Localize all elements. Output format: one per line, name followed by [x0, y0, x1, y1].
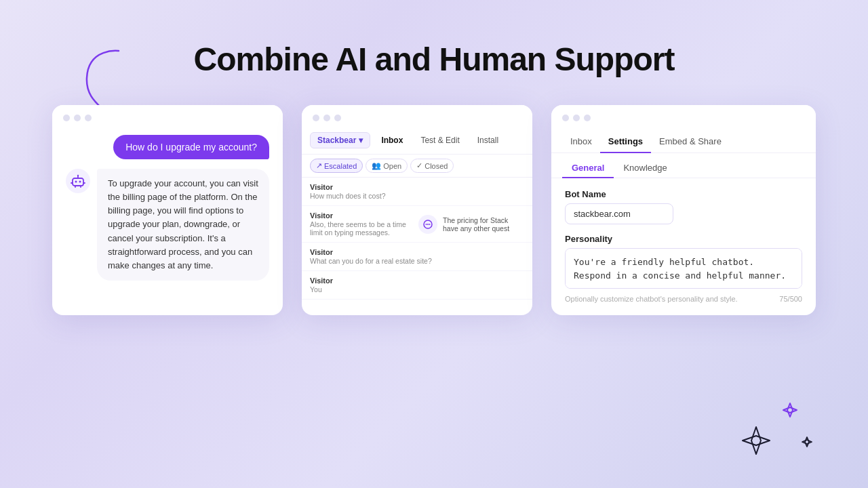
page-title-container: Combine AI and Human Support — [0, 0, 868, 78]
sparkles-decoration — [719, 393, 827, 474]
settings-nav-embed[interactable]: Embed & Share — [651, 131, 730, 153]
closed-icon: ✓ — [416, 161, 422, 170]
personality-field-container: You're a friendly helpful chatbot. Respo… — [565, 248, 802, 291]
inbox-dot-1 — [313, 115, 319, 121]
settings-dot-1 — [562, 115, 569, 121]
page-title: Combine AI and Human Support — [0, 41, 868, 78]
personality-hint-text: Optionally customize chatbot's personali… — [565, 295, 738, 303]
inbox-item-label: Visitor — [310, 248, 524, 256]
inbox-dot-3 — [334, 115, 341, 121]
settings-titlebar — [551, 105, 816, 128]
inbox-item-text: You — [310, 285, 524, 293]
titlebar-dot-2 — [74, 115, 81, 121]
inbox-filter-row: ↗ Escalated 👥 Open ✓ Closed — [302, 155, 532, 178]
escalated-icon: ↗ — [316, 161, 322, 170]
chat-card: How do I upgrade my account? — [52, 105, 283, 315]
filter-escalated[interactable]: ↗ Escalated — [310, 159, 363, 173]
svg-point-12 — [429, 224, 431, 225]
inbox-tab-inbox[interactable]: Inbox — [374, 133, 410, 148]
inbox-card: Stackbear ▾ Inbox Test & Edit Install ↗ … — [302, 105, 532, 315]
personality-hint-row: Optionally customize chatbot's personali… — [565, 295, 802, 303]
titlebar-dot-1 — [63, 115, 70, 121]
user-chat-bubble: How do I upgrade my account? — [113, 135, 269, 159]
inbox-item-content: Visitor You — [310, 277, 524, 293]
list-item[interactable]: Visitor What can you do for a real estat… — [302, 243, 532, 271]
inbox-item-label: Visitor — [310, 277, 524, 285]
bot-name-input[interactable] — [565, 203, 673, 224]
list-item[interactable]: Visitor You — [302, 271, 532, 300]
personality-label: Personality — [565, 234, 802, 244]
open-icon: 👥 — [372, 161, 381, 170]
inbox-titlebar — [302, 105, 532, 128]
svg-point-10 — [426, 224, 427, 225]
bot-response-row: To upgrade your account, you can visit t… — [66, 169, 269, 281]
inbox-item-content: Visitor How much does it cost? — [310, 183, 524, 200]
inbox-item-text: What can you do for a real estate site? — [310, 257, 524, 265]
svg-point-1 — [75, 181, 77, 183]
filter-closed[interactable]: ✓ Closed — [410, 159, 454, 173]
settings-nav: Inbox Settings Embed & Share — [551, 128, 816, 153]
settings-dot-3 — [584, 115, 591, 121]
svg-point-4 — [77, 175, 79, 176]
inbox-item-text: Also, there seems to be a time limit on … — [310, 220, 413, 237]
svg-point-11 — [427, 224, 429, 225]
settings-nav-inbox[interactable]: Inbox — [562, 131, 600, 153]
personality-char-count: 75/500 — [779, 295, 802, 303]
inbox-list: Visitor How much does it cost? Visitor A… — [302, 178, 532, 300]
settings-card: Inbox Settings Embed & Share General Kno… — [551, 105, 816, 315]
inbox-brand-label: Stackbear — [317, 136, 356, 145]
inbox-nav: Stackbear ▾ Inbox Test & Edit Install — [302, 128, 532, 155]
svg-point-2 — [79, 181, 81, 183]
settings-tab-general[interactable]: General — [562, 159, 614, 178]
svg-rect-0 — [73, 178, 83, 186]
bot-name-label: Bot Name — [565, 189, 802, 199]
inbox-tab-test[interactable]: Test & Edit — [414, 133, 466, 148]
inbox-item-label: Visitor — [310, 211, 413, 220]
settings-sub-tabs: General Knowledge — [551, 153, 816, 178]
settings-dot-2 — [573, 115, 580, 121]
chat-body: How do I upgrade my account? — [52, 128, 283, 294]
list-item[interactable]: Visitor Also, there seems to be a time l… — [302, 206, 532, 243]
inbox-dot-2 — [323, 115, 330, 121]
bot-avatar — [66, 169, 90, 193]
filter-open[interactable]: 👥 Open — [366, 159, 408, 173]
settings-body: Bot Name Personality You're a friendly h… — [551, 178, 816, 314]
settings-tab-knowledge[interactable]: Knowledge — [614, 159, 676, 178]
settings-nav-settings[interactable]: Settings — [600, 131, 651, 153]
bot-response-icon — [418, 215, 437, 234]
personality-textarea[interactable]: You're a friendly helpful chatbot. Respo… — [565, 248, 802, 289]
chat-titlebar — [52, 105, 283, 128]
inbox-brand-button[interactable]: Stackbear ▾ — [310, 132, 370, 148]
list-item[interactable]: Visitor How much does it cost? — [302, 178, 532, 206]
inbox-item-label: Visitor — [310, 183, 524, 191]
chevron-icon: ▾ — [359, 136, 363, 145]
inbox-item-content: Visitor Also, there seems to be a time l… — [310, 211, 413, 237]
bot-chat-bubble: To upgrade your account, you can visit t… — [97, 169, 269, 281]
inbox-item-text: How much does it cost? — [310, 192, 524, 200]
chat-icon — [422, 219, 433, 230]
titlebar-dot-3 — [85, 115, 92, 121]
robot-icon — [71, 174, 85, 188]
inbox-item-content: Visitor What can you do for a real estat… — [310, 248, 524, 265]
inbox-response-text: The pricing for Stack have any other que… — [443, 216, 524, 232]
cards-container: How do I upgrade my account? — [0, 105, 868, 315]
inbox-tab-install[interactable]: Install — [471, 133, 505, 148]
